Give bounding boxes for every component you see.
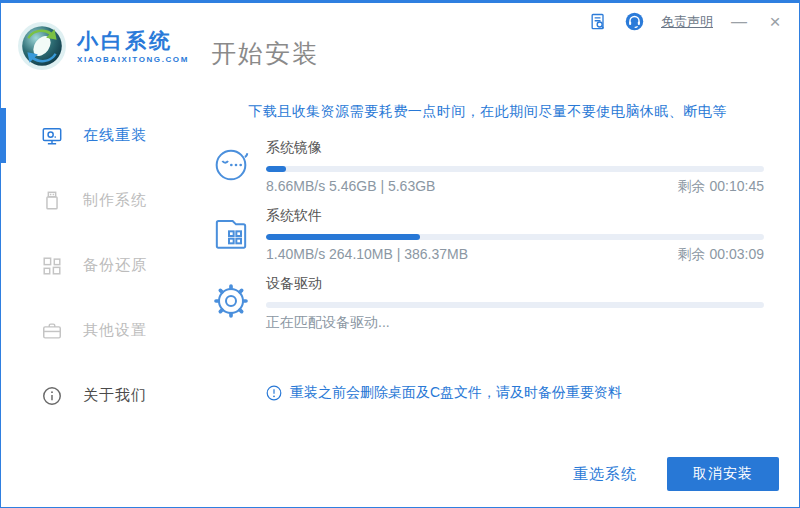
disclaimer-link[interactable]: 免责声明 [661,13,713,31]
sidebar-item-label: 关于我们 [83,386,147,405]
cancel-install-button[interactable]: 取消安装 [667,457,779,491]
task-name: 设备驱动 [266,275,764,295]
progress-bar [266,302,764,308]
sidebar-item-about-us[interactable]: 关于我们 [1,363,201,428]
gear-icon [211,281,251,321]
main-content: 下载且收集资源需要耗费一点时间，在此期间尽量不要使电脑休眠、断电等 系统镜像 [201,89,799,508]
footer: 重选系统 取消安装 [573,457,779,491]
task-name: 系统镜像 [266,139,764,159]
task-row-system-software: 系统软件 1.40MB/s 264.10MB | 386.37MB 剩余 00:… [211,207,764,266]
sidebar-item-label: 其他设置 [83,321,147,340]
folder-icon [211,213,251,253]
face-icon [211,145,251,185]
disclaimer-doc-icon[interactable] [588,12,608,32]
app-window: 小白系统 XIAOBAIXITONG.COM 开始安装 [0,0,800,508]
progress-bar [266,166,764,172]
sidebar-item-backup-restore[interactable]: 备份还原 [1,233,201,298]
logo-sphere-icon [17,21,67,71]
page-title: 开始安装 [211,37,319,70]
titlebar-controls: 免责声明 — × [588,11,785,32]
task-stats: 8.66MB/s 5.46GB | 5.63GB [266,178,435,198]
info-icon [41,385,63,407]
header: 小白系统 XIAOBAIXITONG.COM 开始安装 [1,3,799,89]
sidebar: 在线重装 制作系统 [1,89,201,508]
monitor-icon [41,125,63,147]
minimize-button[interactable]: — [729,12,749,32]
sidebar-item-other-settings[interactable]: 其他设置 [1,298,201,363]
notice-text: 重装之前会删除桌面及C盘文件，请及时备份重要资料 [290,384,622,402]
progress-fill [266,234,420,240]
sidebar-item-make-system[interactable]: 制作系统 [1,168,201,233]
blocks-icon [41,255,63,277]
support-headset-icon[interactable] [624,11,645,32]
backup-notice: 重装之前会删除桌面及C盘文件，请及时备份重要资料 [266,384,764,402]
reselect-system-button[interactable]: 重选系统 [573,465,637,484]
task-stats: 1.40MB/s 264.10MB | 386.37MB [266,246,468,266]
progress-bar [266,234,764,240]
usb-icon [41,190,63,212]
exclamation-circle-icon [266,385,282,401]
app-logo: 小白系统 XIAOBAIXITONG.COM [17,21,189,71]
sidebar-item-label: 制作系统 [83,191,147,210]
task-name: 系统软件 [266,207,764,227]
sidebar-item-label: 在线重装 [83,126,147,145]
sidebar-item-label: 备份还原 [83,256,147,275]
briefcase-icon [41,320,63,342]
task-remaining: 剩余 00:03:09 [678,246,764,266]
logo-subtitle: XIAOBAIXITONG.COM [77,55,189,64]
logo-title: 小白系统 [77,28,189,53]
progress-fill [266,166,286,172]
task-row-device-driver: 设备驱动 正在匹配设备驱动... [211,275,764,334]
close-button[interactable]: × [765,12,785,32]
task-stats: 正在匹配设备驱动... [266,314,390,334]
task-remaining: 剩余 00:10:45 [678,178,764,198]
body: 在线重装 制作系统 [1,89,799,508]
task-row-system-image: 系统镜像 8.66MB/s 5.46GB | 5.63GB 剩余 00:10:4… [211,139,764,198]
sidebar-item-online-reinstall[interactable]: 在线重装 [1,103,201,168]
warning-text: 下载且收集资源需要耗费一点时间，在此期间尽量不要使电脑休眠、断电等 [211,103,764,121]
